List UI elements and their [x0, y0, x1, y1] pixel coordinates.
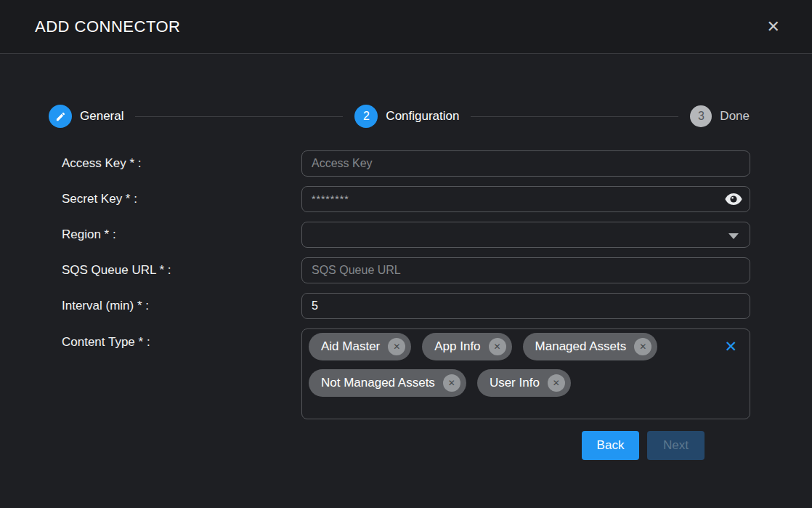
- modal-header: ADD CONNECTOR ✕: [0, 0, 812, 54]
- chip-remove-icon[interactable]: ✕: [388, 338, 405, 355]
- modal-title: ADD CONNECTOR: [35, 17, 180, 36]
- content-type-chip: App Info ✕: [422, 333, 511, 360]
- content-type-chip: Managed Assets ✕: [523, 333, 658, 360]
- step-general[interactable]: General: [49, 105, 123, 128]
- footer-actions: Back Next: [62, 431, 705, 460]
- step-general-label: General: [80, 109, 123, 124]
- next-button[interactable]: Next: [647, 431, 705, 460]
- show-password-button[interactable]: [725, 193, 742, 206]
- chip-label: Managed Assets: [535, 339, 627, 354]
- chip-remove-icon[interactable]: ✕: [634, 338, 651, 355]
- chip-remove-icon[interactable]: ✕: [548, 374, 565, 392]
- step-general-circle: [49, 105, 72, 128]
- access-key-field[interactable]: [301, 150, 750, 177]
- content-type-chip: User Info ✕: [477, 369, 571, 397]
- secret-key-wrap: [301, 186, 750, 212]
- stepper-connector: [135, 116, 343, 117]
- chip-label: Not Managed Assets: [321, 376, 435, 390]
- step-configuration-label: Configuration: [386, 109, 459, 124]
- region-row: Region * :: [62, 222, 750, 248]
- wizard-stepper: General 2 Configuration 3 Done: [49, 105, 750, 128]
- region-select[interactable]: [301, 222, 750, 248]
- content-type-chip: Aid Master ✕: [309, 333, 411, 360]
- chevron-down-icon: [728, 233, 739, 239]
- interval-label: Interval (min) * :: [62, 299, 301, 313]
- step-done: 3 Done: [690, 105, 750, 127]
- chip-label: App Info: [434, 339, 480, 354]
- clear-all-icon[interactable]: ✕: [724, 339, 737, 354]
- chip-label: Aid Master: [321, 339, 380, 354]
- chip-remove-icon[interactable]: ✕: [489, 338, 506, 355]
- region-label: Region * :: [62, 227, 301, 242]
- secret-key-field[interactable]: [301, 186, 750, 212]
- sqs-queue-url-label: SQS Queue URL * :: [62, 263, 301, 278]
- pencil-icon: [55, 111, 66, 122]
- sqs-queue-url-row: SQS Queue URL * :: [62, 257, 750, 283]
- chip-remove-icon[interactable]: ✕: [443, 374, 460, 392]
- step-configuration-circle: 2: [354, 105, 378, 128]
- content-type-chip: Not Managed Assets ✕: [309, 369, 466, 397]
- stepper-connector: [471, 116, 678, 117]
- add-connector-modal: ADD CONNECTOR ✕ General 2 Configuration …: [0, 0, 812, 460]
- access-key-row: Access Key * :: [62, 150, 750, 177]
- interval-row: Interval (min) * :: [62, 293, 750, 319]
- interval-field[interactable]: [301, 293, 750, 319]
- access-key-label: Access Key * :: [62, 156, 301, 171]
- content-type-multiselect[interactable]: Aid Master ✕ App Info ✕ Managed Assets ✕…: [301, 328, 750, 419]
- close-icon[interactable]: ✕: [767, 19, 780, 35]
- step-configuration[interactable]: 2 Configuration: [354, 105, 459, 128]
- content-type-row: Content Type * : Aid Master ✕ App Info ✕…: [62, 328, 750, 419]
- eye-icon: [725, 193, 742, 205]
- step-done-circle: 3: [690, 105, 712, 127]
- configuration-form: Access Key * : Secret Key * : Region * :: [62, 150, 750, 460]
- secret-key-row: Secret Key * :: [62, 186, 750, 212]
- back-button[interactable]: Back: [582, 431, 639, 460]
- content-type-label: Content Type * :: [62, 328, 301, 350]
- step-done-label: Done: [720, 109, 750, 124]
- secret-key-label: Secret Key * :: [62, 192, 301, 206]
- chip-label: User Info: [490, 376, 540, 390]
- sqs-queue-url-field[interactable]: [301, 257, 750, 283]
